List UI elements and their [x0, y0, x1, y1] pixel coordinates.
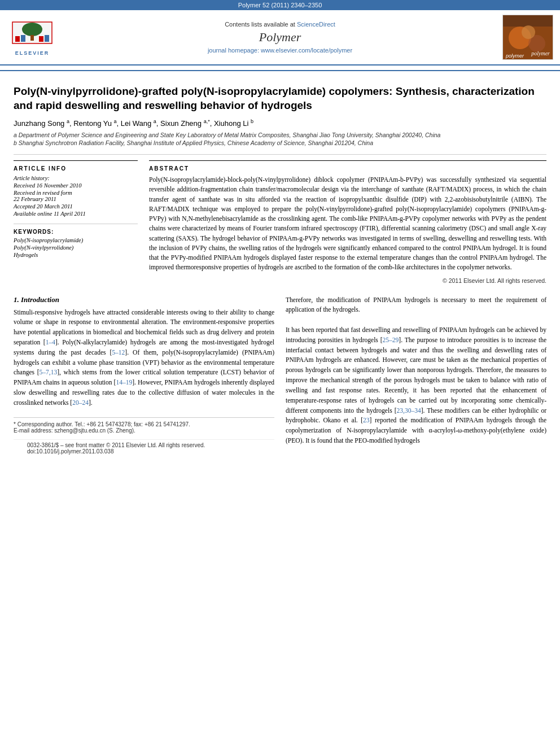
- sciencedirect-link[interactable]: ScienceDirect: [297, 21, 335, 28]
- elsevier-logo: ELSEVIER: [7, 19, 58, 56]
- abstract-section: ABSTRACT Poly(N-isopropylacrylamide)-blo…: [149, 160, 546, 284]
- ref-5-7-13[interactable]: 5–7,13: [40, 369, 58, 375]
- svg-rect-4: [21, 35, 25, 42]
- top-bar: Polymer 52 (2011) 2340–2350: [0, 0, 560, 10]
- svg-text:polymer: polymer: [505, 53, 524, 59]
- affiliations: a Department of Polymer Science and Engi…: [14, 131, 546, 147]
- keyword-3: Hydrogels: [14, 252, 138, 258]
- svg-rect-5: [39, 36, 43, 42]
- article-info-column: ARTICLE INFO Article history: Received 1…: [14, 160, 138, 284]
- ref-1-4[interactable]: 1–4: [46, 339, 55, 346]
- bottom-bar: 0032-3861/$ – see front matter © 2011 El…: [14, 439, 274, 457]
- journal-homepage: journal homepage: www.elsevier.com/locat…: [63, 47, 497, 54]
- author-names: Junzhang Song a, Rentong Yu a, Lei Wang …: [14, 119, 253, 128]
- introduction-right: Therefore, the modification of PNIPAAm h…: [286, 295, 546, 457]
- ref-14-19[interactable]: 14–19: [116, 379, 132, 386]
- issn-line: 0032-3861/$ – see front matter © 2011 El…: [27, 442, 261, 448]
- svg-point-11: [522, 25, 535, 39]
- authors-line: Junzhang Song a, Rentong Yu a, Lei Wang …: [14, 118, 546, 127]
- journal-name: Polymer: [63, 30, 497, 45]
- introduction-title: 1. Introduction: [14, 295, 274, 304]
- abstract-column: ABSTRACT Poly(N-isopropylacrylamide)-blo…: [149, 160, 546, 284]
- journal-citation: Polymer 52 (2011) 2340–2350: [238, 2, 322, 8]
- svg-point-1: [22, 23, 42, 36]
- ref-23-30-34[interactable]: 23,30–34: [397, 407, 421, 414]
- article-info: ARTICLE INFO Article history: Received 1…: [14, 160, 138, 217]
- introduction-section: 1. Introduction Stimuli-responsive hydro…: [14, 295, 546, 457]
- journal-center: Contents lists available at ScienceDirec…: [63, 21, 497, 54]
- ref-25-29[interactable]: 25–29: [383, 337, 399, 343]
- ref-5-12[interactable]: 5–12: [112, 349, 125, 356]
- accepted-date: Accepted 20 March 2011: [14, 203, 138, 209]
- abstract-heading: ABSTRACT: [149, 165, 546, 172]
- sciencedirect-line: Contents lists available at ScienceDirec…: [63, 21, 497, 28]
- email-address: E-mail address: szheng@sjtu.edu.cn (S. Z…: [14, 427, 274, 434]
- keyword-1: Poly(N-isopropylacrylamide): [14, 237, 138, 243]
- revised-date: Received in revised formReceived in revi…: [14, 190, 138, 202]
- doi-line: doi:10.1016/j.polymer.2011.03.038: [27, 448, 261, 455]
- keywords-section: Keywords: Poly(N-isopropylacrylamide) Po…: [14, 224, 138, 258]
- header-divider: [0, 70, 560, 71]
- corresponding-author: * Corresponding author. Tel.: +86 21 547…: [14, 421, 274, 427]
- svg-rect-8: [503, 15, 553, 27]
- article-info-heading: ARTICLE INFO: [14, 165, 138, 172]
- article-content: Poly(N-vinylpyrrolidone)-grafted poly(N-…: [0, 76, 560, 466]
- available-date: Available online 11 April 2011: [14, 211, 138, 217]
- section-divider: [14, 154, 546, 155]
- cover-svg: polymer: [503, 15, 553, 60]
- info-abstract-section: ARTICLE INFO Article history: Received 1…: [14, 160, 546, 284]
- elsevier-logo-svg: [10, 19, 55, 50]
- keyword-2: Poly(N-vinylpyrrolidone): [14, 244, 138, 251]
- history-label: Article history:: [14, 175, 138, 181]
- introduction-left: 1. Introduction Stimuli-responsive hydro…: [14, 295, 274, 457]
- svg-rect-3: [15, 36, 20, 42]
- ref-20-24[interactable]: 20–24: [72, 399, 89, 406]
- abstract-text: Poly(N-isopropylacrylamide)-block-poly(N…: [149, 175, 546, 273]
- received-date: Received 16 November 2010: [14, 182, 138, 189]
- footnote: * Corresponding author. Tel.: +86 21 547…: [14, 417, 274, 434]
- svg-rect-6: [45, 35, 49, 42]
- journal-header: ELSEVIER Contents lists available at Sci…: [0, 10, 560, 65]
- affiliation-a: a Department of Polymer Science and Engi…: [14, 131, 546, 139]
- copyright: © 2011 Elsevier Ltd. All rights reserved…: [149, 277, 546, 284]
- svg-rect-2: [30, 35, 34, 41]
- polymer-cover-image: polymer: [502, 15, 553, 60]
- elsevier-text: ELSEVIER: [15, 50, 50, 56]
- ref-23[interactable]: 23: [363, 417, 370, 423]
- keywords-heading: Keywords:: [14, 229, 138, 235]
- introduction-left-text: Stimuli-responsive hydrogels have attrac…: [14, 308, 274, 408]
- affiliation-b: b Shanghai Synchrotron Radiation Facilit…: [14, 139, 546, 147]
- introduction-right-text: Therefore, the modification of PNIPAAm h…: [286, 295, 546, 446]
- article-title: Poly(N-vinylpyrrolidone)-grafted poly(N-…: [14, 85, 546, 112]
